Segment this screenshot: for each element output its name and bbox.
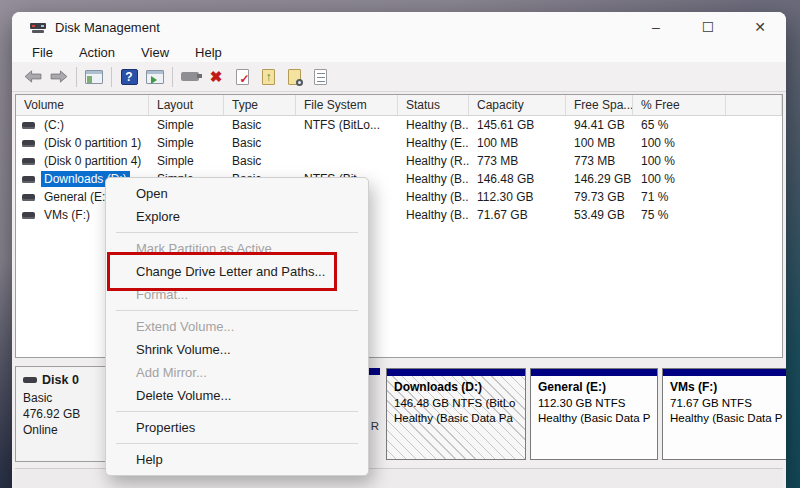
- volume-icon: [22, 122, 35, 129]
- close-button[interactable]: ✕: [734, 12, 786, 42]
- show-console-tree-button[interactable]: [81, 65, 107, 89]
- red-x-icon: ✖: [210, 69, 223, 84]
- disk-size: 476.92 GB: [23, 407, 106, 421]
- cell-pct: 75 %: [633, 208, 726, 222]
- cell-capacity: 146.48 GB: [469, 172, 566, 186]
- console-tree-icon: [85, 70, 103, 84]
- menu-item-properties[interactable]: Properties: [106, 416, 368, 439]
- cell-free: 100 MB: [566, 136, 633, 150]
- cell-status: Healthy (B...: [398, 208, 469, 222]
- cell-status: Healthy (E...: [398, 136, 469, 150]
- menu-help[interactable]: Help: [195, 45, 222, 60]
- menu-view[interactable]: View: [141, 45, 169, 60]
- cell-pct: 100 %: [633, 136, 726, 150]
- help-button[interactable]: ?: [116, 65, 142, 89]
- menu-item-shrink-volume[interactable]: Shrink Volume...: [106, 338, 368, 361]
- volume-name: (Disk 0 partition 1): [41, 135, 144, 151]
- menu-item-format: Format...: [106, 283, 368, 306]
- attach-vhd-button[interactable]: [177, 65, 203, 89]
- menu-file[interactable]: File: [32, 45, 53, 60]
- folder-magnifier-icon: [288, 69, 301, 85]
- cell-type: Basic: [224, 118, 296, 132]
- cell-status: Healthy (B...: [398, 190, 469, 204]
- volume-name: (C:): [41, 117, 67, 133]
- menu-item-extend-volume: Extend Volume...: [106, 315, 368, 338]
- volume-icon: [22, 212, 35, 219]
- menu-separator: [116, 411, 358, 412]
- disk-status: Online: [23, 423, 106, 437]
- import-disk-button[interactable]: ↑: [255, 65, 281, 89]
- volume-icon: [22, 194, 35, 201]
- back-button[interactable]: [20, 65, 46, 89]
- disk-type: Basic: [23, 391, 106, 405]
- partition-size: 112.30 GB NTFS: [538, 397, 657, 409]
- table-row[interactable]: (Disk 0 partition 4) Simple Basic Health…: [16, 152, 782, 170]
- maximize-button[interactable]: ☐: [682, 12, 734, 42]
- header-pct-free[interactable]: % Free: [633, 95, 726, 115]
- partition-name: VMs (F:): [670, 380, 786, 394]
- header-file-system[interactable]: File System: [296, 95, 398, 115]
- menu-item-change-drive-letter[interactable]: Change Drive Letter and Paths...: [106, 260, 368, 283]
- toolbar-separator: [111, 67, 112, 87]
- table-row[interactable]: (C:) Simple Basic NTFS (BitLo... Healthy…: [16, 116, 782, 134]
- partition-status: Healthy (Basic Data Pa: [394, 412, 525, 424]
- partition-vms[interactable]: VMs (F:) 71.67 GB NTFS Healthy (Basic Da…: [662, 368, 786, 460]
- partition-size: 71.67 GB NTFS: [670, 397, 786, 409]
- forward-button[interactable]: [46, 65, 72, 89]
- disk-management-app-icon: [30, 21, 46, 34]
- volume-icon: [22, 176, 35, 183]
- cell-status: Healthy (B...: [398, 172, 469, 186]
- partition-general[interactable]: General (E:) 112.30 GB NTFS Healthy (Bas…: [530, 368, 658, 460]
- cell-layout: Simple: [149, 136, 224, 150]
- partition-status: Healthy (Basic Data P: [670, 412, 786, 424]
- task-list-button[interactable]: [307, 65, 333, 89]
- menu-item-explore[interactable]: Explore: [106, 205, 368, 228]
- menubar: File Action View Help: [12, 42, 786, 62]
- menu-separator: [116, 443, 358, 444]
- table-row[interactable]: (Disk 0 partition 1) Simple Basic Health…: [16, 134, 782, 152]
- forward-arrow-icon: [49, 70, 69, 83]
- cell-capacity: 100 MB: [469, 136, 566, 150]
- menu-action[interactable]: Action: [79, 45, 115, 60]
- partition-downloads[interactable]: Downloads (D:) 146.48 GB NTFS (BitLo Hea…: [386, 368, 526, 460]
- delete-volume-button[interactable]: ✖: [203, 65, 229, 89]
- minimize-button[interactable]: –: [630, 12, 682, 42]
- partition-size: 146.48 GB NTFS (BitLo: [394, 397, 525, 409]
- titlebar: Disk Management – ☐ ✕: [12, 12, 786, 42]
- menu-item-mark-partition-active: Mark Partition as Active: [106, 237, 368, 260]
- cell-type: Basic: [224, 154, 296, 168]
- cell-pct: 65 %: [633, 118, 726, 132]
- header-free-space[interactable]: Free Spa...: [566, 95, 633, 115]
- cell-pct: 100 %: [633, 154, 726, 168]
- cell-layout: Simple: [149, 154, 224, 168]
- checklist-icon: [314, 69, 327, 85]
- menu-item-delete-volume[interactable]: Delete Volume...: [106, 384, 368, 407]
- partition-status: Healthy (Basic Data P: [538, 412, 657, 424]
- check-volume-button[interactable]: ✓: [229, 65, 255, 89]
- cell-status: Healthy (B...: [398, 118, 469, 132]
- menu-item-open[interactable]: Open: [106, 182, 368, 205]
- cell-capacity: 71.67 GB: [469, 208, 566, 222]
- header-type[interactable]: Type: [224, 95, 296, 115]
- header-layout[interactable]: Layout: [149, 95, 224, 115]
- disk-icon: [23, 377, 37, 383]
- header-volume[interactable]: Volume: [16, 95, 149, 115]
- partition-color-strip: [387, 369, 525, 376]
- cell-layout: Simple: [149, 118, 224, 132]
- header-status[interactable]: Status: [398, 95, 469, 115]
- menu-item-help[interactable]: Help: [106, 448, 368, 471]
- show-action-pane-button[interactable]: [142, 65, 168, 89]
- help-icon: ?: [121, 69, 138, 85]
- volume-name: General (E:): [41, 189, 112, 205]
- cell-free: 53.49 GB: [566, 208, 633, 222]
- volume-icon: [22, 140, 35, 147]
- header-capacity[interactable]: Capacity: [469, 95, 566, 115]
- search-disk-button[interactable]: [281, 65, 307, 89]
- device-icon: [181, 72, 199, 81]
- menu-item-add-mirror: Add Mirror...: [106, 361, 368, 384]
- cell-pct: 100 %: [633, 172, 726, 186]
- action-pane-icon: [146, 70, 164, 84]
- partition-clipped-text: R: [371, 420, 379, 432]
- disk0-panel[interactable]: Disk 0 Basic 476.92 GB Online: [15, 366, 107, 462]
- cell-capacity: 145.61 GB: [469, 118, 566, 132]
